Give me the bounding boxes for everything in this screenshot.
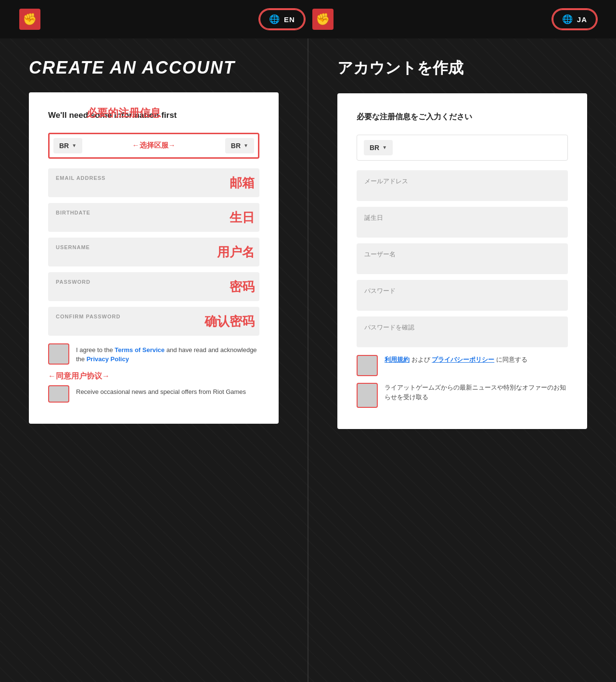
confirm-password-field-en: CONFIRM PASSWORD 确认密码: [48, 307, 259, 336]
email-field-ja: メールアドレス: [357, 170, 568, 201]
form-subtitle-en: We'll need some information first: [48, 110, 259, 121]
chevron-icon-ja: ▼: [382, 145, 387, 150]
username-field-en: USERNAME 用户名: [48, 238, 259, 266]
password-input-en[interactable]: [56, 286, 252, 294]
confirm-password-field-ja: パスワードを確認: [357, 316, 568, 347]
form-subtitle-ja: 必要な注册信息をご入力ください: [357, 111, 568, 123]
region-selector-row-ja: BR ▼: [357, 135, 568, 161]
news-checkbox-item-en: Receive occasional news and special offe…: [48, 385, 259, 403]
news-text-ja: ライアットゲームズからの最新ニュースや特別なオファーのお知らせを受け取る: [385, 383, 568, 403]
chevron-icon-en2: ▼: [244, 143, 248, 148]
terms-text-en: I agree to the Terms of Service and have…: [76, 343, 259, 364]
terms-text-ja: 利用規約 および プライバシーポリシー に同意する: [385, 355, 527, 365]
confirm-password-input-ja[interactable]: [364, 332, 560, 340]
left-panel: CREATE AN ACCOUNT We'll need some inform…: [0, 38, 308, 682]
email-label-ja: メールアドレス: [364, 177, 560, 186]
username-field-ja: ユーザー名: [357, 243, 568, 274]
header-left: ✊: [19, 9, 40, 30]
password-input-ja[interactable]: [364, 296, 560, 303]
fist-icon-left: ✊: [23, 13, 37, 25]
email-label-en: EMAIL ADDRESS: [56, 175, 252, 181]
page-title-en: CREATE AN ACCOUNT: [29, 58, 279, 78]
password-field-en: PASSWORD 密码: [48, 272, 259, 301]
confirm-password-input-en[interactable]: [56, 321, 252, 328]
lang-en-button[interactable]: 🌐 EN: [259, 9, 305, 29]
header-center: 🌐 EN ✊: [259, 9, 334, 30]
terms-checkbox-item-ja: 利用規約 および プライバシーポリシー に同意する: [357, 355, 568, 376]
password-label-en: PASSWORD: [56, 279, 252, 285]
terms-ja-mid: および: [411, 356, 430, 363]
email-input-en[interactable]: [56, 182, 252, 190]
form-card-ja: 必要な注册信息をご入力ください BR ▼ メールアドレス 誕生日: [337, 93, 587, 429]
riot-logo-center[interactable]: ✊: [312, 9, 334, 30]
birthdate-field-ja: 誕生日: [357, 207, 568, 238]
email-input-ja[interactable]: [364, 186, 560, 194]
region-select-ja[interactable]: BR ▼: [364, 140, 393, 155]
checkbox-group-en: I agree to the Terms of Service and have…: [48, 343, 259, 403]
news-text-en: Receive occasional news and special offe…: [76, 385, 246, 397]
username-input-en[interactable]: [56, 252, 252, 259]
chevron-icon-en: ▼: [72, 143, 77, 148]
terms-checkbox-ja[interactable]: [357, 355, 378, 376]
username-label-en: USERNAME: [56, 244, 252, 250]
confirm-password-label-en: CONFIRM PASSWORD: [56, 314, 252, 319]
birthdate-label-en: BIRTHDATE: [56, 210, 252, 215]
news-checkbox-ja[interactable]: [357, 383, 378, 408]
birthdate-field-en: BIRTHDATE 生日: [48, 203, 259, 232]
agree-annotation-en: ←同意用户协议→: [48, 371, 259, 381]
privacy-link-ja[interactable]: プライバシーポリシー: [432, 356, 494, 363]
region-value-en2: BR: [231, 142, 241, 150]
right-panel: アカウントを作成 必要な注册信息をご入力ください BR ▼ メールアドレス 誕生…: [308, 38, 616, 682]
terms-link-en[interactable]: Terms of Service: [115, 346, 165, 354]
terms-ja-suffix: に同意する: [496, 356, 527, 363]
password-field-ja: パスワード: [357, 280, 568, 311]
globe-icon-en: 🌐: [269, 14, 280, 25]
confirm-password-label-ja: パスワードを確認: [364, 323, 560, 332]
checkbox-group-ja: 利用規約 および プライバシーポリシー に同意する ライアットゲームズからの最新…: [357, 355, 568, 408]
region-selector-row: BR ▼ ←选择区服→ BR ▼: [48, 133, 259, 159]
terms-prefix-en: I agree to the: [76, 346, 115, 354]
region-value-ja: BR: [370, 144, 379, 152]
fist-icon-center: ✊: [316, 13, 330, 25]
lang-ja-button[interactable]: 🌐 JA: [552, 9, 597, 29]
lang-en-label: EN: [284, 15, 295, 24]
news-checkbox-en[interactable]: [48, 385, 69, 403]
region-value-en: BR: [59, 142, 69, 150]
region-select-en2[interactable]: BR ▼: [225, 138, 254, 153]
form-card-en: We'll need some information first 必要的注册信…: [29, 92, 279, 424]
main-content: CREATE AN ACCOUNT We'll need some inform…: [0, 38, 616, 682]
email-field-en: EMAIL ADDRESS 邮箱: [48, 168, 259, 197]
password-label-ja: パスワード: [364, 287, 560, 295]
terms-checkbox-en[interactable]: [48, 343, 69, 365]
region-select-en[interactable]: BR ▼: [53, 138, 82, 153]
header-right: 🌐 JA: [552, 9, 597, 29]
region-annotation: ←选择区服→: [87, 141, 220, 150]
globe-icon-ja: 🌐: [562, 14, 573, 25]
birthdate-label-ja: 誕生日: [364, 214, 560, 222]
terms-link-ja[interactable]: 利用規約: [385, 356, 410, 363]
birthdate-input-ja[interactable]: [364, 223, 560, 230]
riot-logo-left[interactable]: ✊: [19, 9, 40, 30]
news-checkbox-item-ja: ライアットゲームズからの最新ニュースや特別なオファーのお知らせを受け取る: [357, 383, 568, 408]
privacy-link-en[interactable]: Privacy Policy: [87, 355, 129, 363]
page-title-ja: アカウントを作成: [337, 58, 587, 79]
lang-ja-label: JA: [577, 15, 587, 24]
birthdate-input-en[interactable]: [56, 217, 252, 225]
header: ✊ 🌐 EN ✊ 🌐 JA: [0, 0, 616, 38]
username-input-ja[interactable]: [364, 259, 560, 267]
username-label-ja: ユーザー名: [364, 250, 560, 259]
terms-checkbox-item-en: I agree to the Terms of Service and have…: [48, 343, 259, 365]
